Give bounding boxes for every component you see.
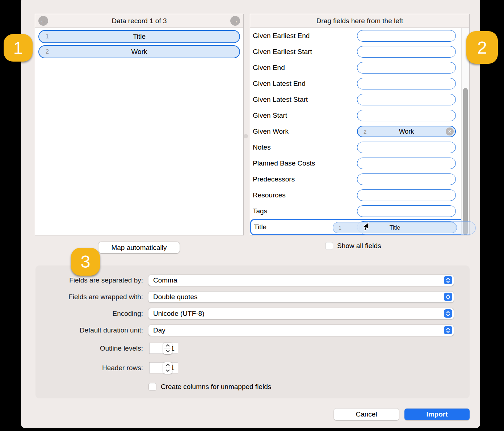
callout-badge-2: 2 (466, 31, 498, 64)
field-pill-zone (357, 110, 456, 121)
create-columns-label: Create columns for unmapped fields (161, 383, 271, 391)
field-label: Given Work (250, 127, 289, 135)
encoding-row: Encoding: Unicode (UTF-8) (35, 308, 470, 319)
show-all-fields-row: Show all fields (325, 242, 381, 250)
show-all-fields-label: Show all fields (337, 242, 381, 250)
cancel-button[interactable]: Cancel (334, 409, 399, 420)
field-drop-target[interactable] (357, 110, 456, 121)
outline-levels-stepper[interactable] (163, 343, 172, 354)
field-index: 1 (339, 225, 341, 231)
separator-label: Fields are separated by: (35, 276, 143, 284)
data-record-header: ← Data record 1 of 3 → (35, 14, 243, 28)
remove-mapping-button[interactable]: ✕ (446, 127, 454, 135)
field-row: Given Latest Start (250, 92, 469, 108)
wrapper-popup[interactable]: Double quotes (148, 292, 454, 302)
field-label: Given Latest End (250, 80, 306, 88)
source-field-list: 1Title2Work (35, 30, 243, 237)
field-drop-target[interactable] (357, 173, 456, 185)
field-drop-target[interactable] (357, 62, 456, 74)
field-label: Given Earliest End (250, 32, 310, 40)
field-pill-zone (357, 94, 456, 105)
field-drop-target[interactable] (357, 94, 456, 105)
field-index: 2 (364, 129, 366, 135)
stepper-down-icon[interactable] (163, 368, 172, 374)
field-drop-target[interactable] (357, 30, 456, 42)
field-pill-zone (357, 205, 456, 217)
field-mapping-panel: Drag fields here from the left Given Ear… (250, 14, 470, 235)
encoding-popup[interactable]: Unicode (UTF-8) (148, 308, 454, 319)
field-pill-zone (357, 158, 456, 169)
field-row: Resources (250, 187, 469, 203)
popup-chevrons-icon (444, 309, 452, 318)
field-index: 2 (46, 49, 49, 55)
callout-badge-3: 3 (71, 248, 100, 276)
separator-popup[interactable]: Comma (148, 275, 454, 286)
header-rows-stepper[interactable] (163, 362, 172, 374)
create-columns-checkbox[interactable] (148, 383, 156, 391)
separator-row: Fields are separated by: Comma (35, 275, 470, 286)
outline-levels-label: Outline levels: (35, 344, 143, 352)
field-mapping-list: Given Earliest EndGiven Earliest StartGi… (250, 28, 469, 235)
field-row: Given Earliest Start (250, 44, 469, 60)
previous-record-button[interactable]: ← (38, 16, 48, 26)
field-row: Given Start (250, 108, 469, 124)
show-all-fields-checkbox[interactable] (325, 242, 333, 250)
header-rows-label: Header rows: (35, 364, 143, 372)
data-record-title: Data record 1 of 3 (112, 17, 167, 25)
field-pill-zone (357, 189, 456, 201)
source-field-pill[interactable]: 2Work (38, 45, 240, 58)
splitter-handle[interactable] (244, 134, 248, 138)
field-drop-target[interactable] (357, 158, 456, 169)
field-row: Tags (250, 203, 469, 219)
stepper-down-icon[interactable] (163, 348, 172, 354)
field-label: Resources (250, 191, 286, 199)
field-pill-zone (357, 78, 456, 89)
scrollbar-thumb[interactable] (463, 88, 468, 235)
header-rows-row: Header rows: 1 (35, 362, 470, 373)
popup-chevrons-icon (444, 276, 452, 284)
mapped-field-pill[interactable]: 2Work✕ (357, 126, 456, 137)
field-row: Title1Title (250, 219, 469, 235)
field-row: Notes (250, 139, 469, 155)
field-drop-target[interactable] (357, 189, 456, 201)
encoding-value: Unicode (UTF-8) (148, 310, 444, 318)
map-automatically-button[interactable]: Map automatically (98, 242, 180, 253)
field-drop-target[interactable] (357, 205, 456, 217)
duration-unit-value: Day (148, 326, 444, 334)
next-record-button[interactable]: → (230, 16, 240, 26)
data-record-panel: ← Data record 1 of 3 → 1Title2Work (35, 14, 244, 235)
field-drop-target[interactable] (357, 78, 456, 89)
field-drop-target[interactable] (357, 142, 456, 153)
encoding-label: Encoding: (35, 310, 143, 318)
field-name: Title (133, 33, 146, 41)
field-label: Title (251, 223, 266, 231)
field-pill-zone (357, 30, 456, 42)
outline-levels-row: Outline levels: 1 (35, 343, 470, 354)
field-row: Given Earliest End (250, 28, 469, 44)
field-label: Predecessors (250, 175, 295, 183)
popup-chevrons-icon (444, 293, 452, 301)
field-label: Notes (250, 143, 271, 151)
duration-unit-popup[interactable]: Day (148, 325, 454, 336)
import-button[interactable]: Import (404, 409, 470, 420)
duration-unit-row: Default duration unit: Day (35, 325, 470, 336)
field-pill-zone (357, 142, 456, 153)
field-row: Given Latest End (250, 76, 469, 92)
stepper-up-icon[interactable] (163, 362, 172, 368)
import-dialog: ← Data record 1 of 3 → 1Title2Work Drag … (21, 0, 480, 428)
field-pill-zone: 2Work✕ (357, 126, 456, 137)
callout-badge-1: 1 (4, 34, 33, 62)
field-mapping-header: Drag fields here from the left (250, 14, 469, 28)
field-pill-zone (357, 46, 456, 58)
screenshot-root: ← Data record 1 of 3 → 1Title2Work Drag … (0, 0, 504, 431)
stepper-up-icon[interactable] (163, 343, 172, 348)
field-label: Given End (250, 64, 285, 72)
duration-unit-label: Default duration unit: (35, 326, 143, 334)
field-row: Planned Base Costs (250, 155, 469, 171)
dragged-field-pill[interactable]: 1Title (333, 222, 457, 233)
field-mapping-title: Drag fields here from the left (316, 17, 403, 25)
separator-value: Comma (148, 276, 444, 284)
source-field-pill[interactable]: 1Title (38, 30, 240, 43)
field-pill-zone (357, 173, 456, 185)
field-drop-target[interactable] (357, 46, 456, 58)
